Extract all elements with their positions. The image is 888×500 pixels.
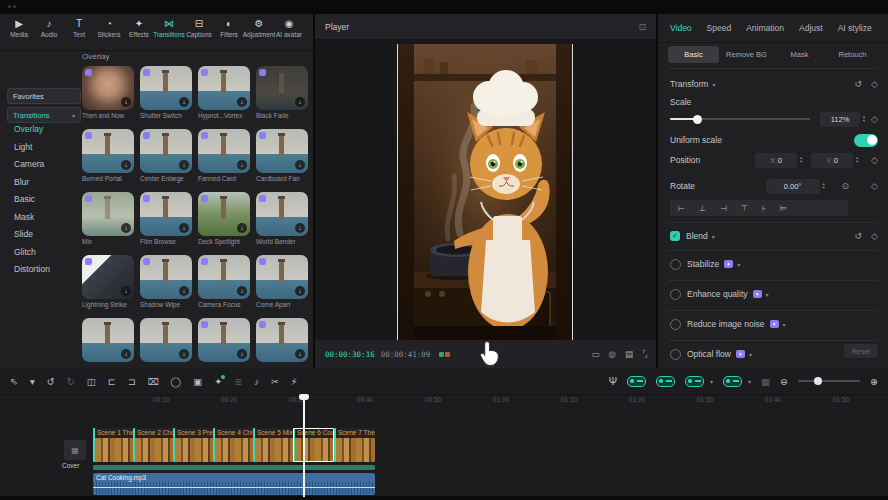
optical-flow-checkbox[interactable] [670,349,681,360]
toolbar-item-adjustment[interactable]: ⚙ Adjustment [244,17,274,39]
sidebar-item-overlay[interactable]: Overlay [14,124,50,136]
align-right-icon[interactable]: ⊣ [720,204,727,213]
rotate-stepper[interactable] [820,179,828,193]
keyframe-icon[interactable]: ◇ [871,114,878,124]
subtab-mask[interactable]: Mask [774,46,825,63]
reduce-noise-row[interactable]: Reduce image noise [670,316,878,332]
timeline-zoom-slider[interactable] [798,377,860,385]
sidebar-item-camera[interactable]: Camera [14,159,50,171]
transform-section-header[interactable]: Transform ↺ ◇ [670,76,878,92]
toolbar-item-captions[interactable]: ⊟ Captions [184,17,214,39]
transition-item-world-bender[interactable]: World Bender [256,192,308,247]
scale-stepper[interactable] [860,112,868,126]
select-tool-icon[interactable]: ⇖ [10,376,18,387]
trim-right-icon[interactable]: ⊐ [128,376,136,387]
align-middle-vertical-icon[interactable]: ⊦ [762,204,766,213]
crop-icon[interactable]: ▣ [193,376,202,387]
subtab-basic[interactable]: Basic [668,46,719,63]
align-bottom-icon[interactable]: ⊨ [780,204,787,213]
chevron-down-icon[interactable]: ▾ [30,376,35,387]
zoom-in-icon[interactable]: ⊕ [870,376,878,387]
full-preview-icon[interactable]: ◎ [609,349,614,359]
ai-edit-icon[interactable]: ✦ [214,376,222,387]
clip-scene-5[interactable]: Scene 5 Mix [253,428,293,462]
clip-scene-1[interactable]: Scene 1 The E [93,428,133,462]
blend-checkbox[interactable] [670,231,680,241]
toolbar-item-filters[interactable]: ◐ Filters [214,17,244,39]
transition-item-black-fade[interactable]: Black Fade [256,66,308,121]
blend-section-header[interactable]: Blend ↺ ◇ [670,228,878,244]
enhance-quality-row[interactable]: Enhance quality [670,286,878,302]
tab-animation[interactable]: Animation [746,23,784,33]
sidebar-item-distortion[interactable]: Distortion [14,264,50,276]
keyframe-icon[interactable]: ◇ [871,181,878,191]
rotate-dial-icon[interactable]: ⊙ [842,181,850,191]
tab-speed[interactable]: Speed [707,23,732,33]
toolbar-item-media[interactable]: ▶ Media [4,17,34,39]
tab-ai-stylize[interactable]: AI stylize [838,23,872,33]
redo-icon[interactable]: ↻ [67,376,75,387]
tab-adjust[interactable]: Adjust [799,23,823,33]
subtab-remove-bg[interactable]: Remove BG [721,46,772,63]
sidebar-item-light[interactable]: Light [14,142,50,154]
transition-item-center-enlarge[interactable]: Center Enlarge [140,129,192,184]
sidebar-item-blur[interactable]: Blur [14,177,50,189]
delete-icon[interactable]: ⌧ [148,376,159,387]
scale-value-input[interactable]: 112% [820,112,860,127]
uniform-scale-toggle[interactable] [854,134,878,147]
snap-toggle-icon[interactable] [723,376,751,387]
volume-icon[interactable]: ♪ [254,376,259,387]
keyframe-toggle-icon[interactable] [627,376,646,387]
mask-tool-icon[interactable]: ◯ [171,376,182,387]
toolbar-item-text[interactable]: T Text [64,17,94,39]
clip-scene-2[interactable]: Scene 2 Cho [133,428,173,462]
transition-item-camera-focus[interactable]: Camera Focus [198,255,250,310]
stabilize-checkbox[interactable] [670,259,681,270]
reset-blend-icon[interactable]: ↺ [855,231,863,241]
effect-track-clip[interactable] [93,465,375,470]
transitions-dropdown[interactable]: Transitions [7,107,81,123]
display-settings-icon[interactable]: ⊡ [638,22,646,32]
aspect-ratio-icon[interactable]: ▭ [592,349,598,359]
stabilize-row[interactable]: Stabilize [670,256,878,272]
cover-button[interactable]: ▦ [64,440,86,460]
enhance-quality-checkbox[interactable] [670,289,681,300]
reset-button[interactable]: Reset [844,344,878,358]
slider-thumb[interactable] [814,377,822,385]
sidebar-item-mask[interactable]: Mask [14,212,50,224]
transition-item-come-apart[interactable]: Come Apart [256,255,308,310]
clip-scene-3[interactable]: Scene 3 Pre [173,428,213,462]
transition-item-shadow-wipe[interactable]: Shadow Wipe [140,255,192,310]
extract-audio-icon[interactable]: ✂ [271,376,279,387]
playhead-line[interactable] [303,394,305,497]
transition-item-cardboard-fan[interactable]: Cardboard Fan [256,129,308,184]
transition-item-lightning-strike[interactable]: Lightning Strike [82,255,134,310]
auto-cut-icon[interactable]: ⚡ [291,376,298,387]
adjust-list-icon[interactable]: ≣ [234,376,242,387]
toolbar-item-transitions[interactable]: ⋈ Transitions [154,17,184,39]
keyframe-icon[interactable]: ◇ [871,231,878,241]
keyframe-icon[interactable]: ◇ [871,155,878,165]
zoom-out-icon[interactable]: ⊖ [780,376,788,387]
align-top-icon[interactable]: ⊤ [741,204,748,213]
magnet-toggle-icon[interactable] [656,376,675,387]
clip-scene-7[interactable]: Scene 7 The [334,428,375,462]
audio-track-clip[interactable]: Cat Cooking.mp3 [93,473,375,495]
microphone-icon[interactable]: Ψ [609,376,617,387]
position-x-stepper[interactable] [797,153,805,167]
preview-axis-icon[interactable]: ▦ [761,376,770,387]
toolbar-item-stickers[interactable]: ◔ Stickers [94,17,124,39]
sidebar-item-basic[interactable]: Basic [14,194,50,206]
transition-item-row5-4[interactable] [256,318,308,368]
favorites-button[interactable]: Favorites [7,88,81,104]
reset-transform-icon[interactable]: ↺ [855,79,863,89]
position-y-input[interactable]: Y 0 [811,153,853,168]
trim-left-icon[interactable]: ⊏ [108,376,116,387]
transition-item-row5-2[interactable] [140,318,192,368]
transition-item-shutter-switch[interactable]: Shutter Switch [140,66,192,121]
resolution-icon[interactable]: ▤ [625,349,631,359]
undo-icon[interactable]: ↺ [47,376,55,387]
transition-item-film-browse[interactable]: Film Browse [140,192,192,247]
transition-item-deck-spotlight[interactable]: Deck Spotlight [198,192,250,247]
toolbar-item-ai-avatar[interactable]: ◉ AI avatar [274,17,304,39]
